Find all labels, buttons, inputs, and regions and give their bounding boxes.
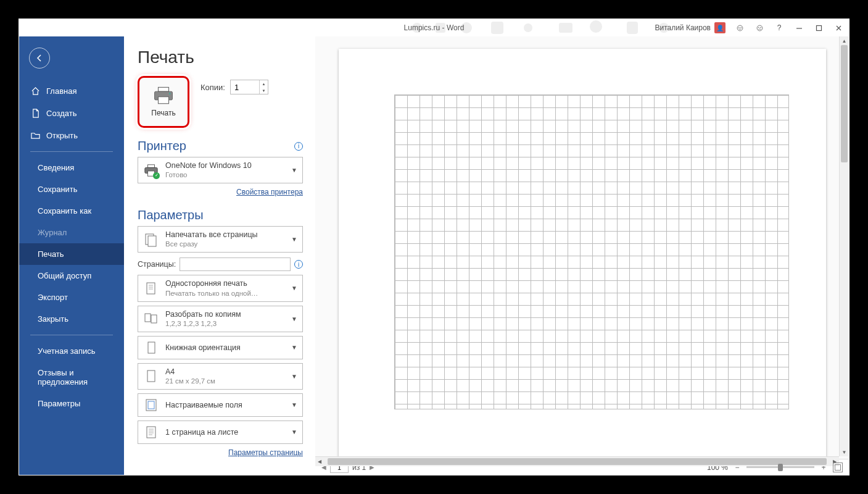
one-sided-icon bbox=[143, 280, 159, 296]
svg-rect-5 bbox=[559, 23, 572, 33]
svg-rect-16 bbox=[159, 87, 169, 91]
close-icon[interactable] bbox=[833, 22, 844, 33]
portrait-icon bbox=[143, 340, 159, 356]
print-preview-column: ▲ ▼ ◀ ▶ ◀ из 1 ▶ bbox=[315, 36, 849, 475]
nav-account[interactable]: Учетная запись bbox=[19, 340, 124, 362]
pages-all-icon bbox=[143, 232, 159, 248]
svg-rect-26 bbox=[145, 314, 151, 322]
vertical-scrollbar[interactable]: ▲ ▼ bbox=[839, 36, 849, 456]
new-doc-icon bbox=[30, 108, 40, 118]
printer-properties-link[interactable]: Свойства принтера bbox=[236, 188, 303, 196]
home-icon bbox=[30, 86, 40, 96]
nav-separator bbox=[30, 151, 113, 152]
print-button[interactable]: Печать bbox=[138, 76, 189, 128]
svg-rect-3 bbox=[491, 22, 503, 34]
svg-point-14 bbox=[760, 27, 761, 27]
preview-page bbox=[339, 49, 826, 459]
sad-face-icon[interactable] bbox=[754, 22, 765, 33]
svg-rect-20 bbox=[147, 164, 154, 167]
chevron-down-icon: ▼ bbox=[291, 316, 297, 322]
svg-rect-7 bbox=[627, 22, 638, 34]
sides-dropdown[interactable]: Односторонняя печатьПечатать только на о… bbox=[138, 275, 303, 301]
svg-rect-18 bbox=[159, 97, 169, 104]
horizontal-scrollbar[interactable]: ◀ ▶ bbox=[315, 456, 839, 466]
nav-share[interactable]: Общий доступ bbox=[19, 265, 124, 287]
smiley-face-icon[interactable] bbox=[734, 22, 745, 33]
window-title: Lumpics.ru - Word bbox=[404, 23, 465, 32]
scroll-thumb[interactable] bbox=[841, 45, 848, 162]
svg-point-19 bbox=[169, 93, 171, 94]
info-icon[interactable]: i bbox=[294, 260, 303, 269]
open-folder-icon bbox=[30, 130, 40, 140]
nav-print[interactable]: Печать bbox=[19, 243, 124, 265]
chevron-down-icon: ▼ bbox=[291, 344, 297, 351]
back-button[interactable] bbox=[29, 48, 50, 69]
zoom-fit-icon[interactable] bbox=[833, 463, 843, 472]
nav-open[interactable]: Открыть bbox=[19, 124, 124, 146]
svg-point-13 bbox=[758, 27, 759, 27]
svg-point-12 bbox=[757, 25, 763, 31]
page-setup-link[interactable]: Параметры страницы bbox=[228, 448, 303, 457]
collate-icon bbox=[143, 311, 159, 327]
nav-export[interactable]: Экспорт bbox=[19, 287, 124, 308]
nav-feedback[interactable]: Отзывы и предложения bbox=[19, 362, 124, 393]
margins-icon bbox=[143, 397, 159, 413]
scroll-thumb[interactable] bbox=[328, 458, 827, 465]
pages-per-sheet-dropdown[interactable]: 1 страница на листе ▼ bbox=[138, 421, 303, 444]
nav-history: Журнал bbox=[19, 222, 124, 243]
page-size-icon bbox=[143, 368, 159, 384]
scroll-up-icon[interactable]: ▲ bbox=[840, 36, 849, 45]
scroll-down-icon[interactable]: ▼ bbox=[840, 448, 849, 456]
info-icon[interactable]: i bbox=[294, 142, 303, 151]
printer-icon bbox=[153, 86, 174, 105]
minimize-icon[interactable] bbox=[793, 22, 804, 33]
chevron-down-icon: ▼ bbox=[291, 401, 297, 408]
print-range-dropdown[interactable]: Напечатать все страницыВсе сразу ▼ bbox=[138, 226, 303, 253]
help-icon[interactable]: ? bbox=[774, 22, 785, 33]
print-settings-column: Печать Печать Копии: ▲▼ П bbox=[124, 36, 315, 475]
preview-viewport[interactable] bbox=[315, 36, 849, 459]
printer-device-icon bbox=[143, 162, 159, 178]
nav-info[interactable]: Сведения bbox=[19, 157, 124, 178]
nav-new[interactable]: Создать bbox=[19, 102, 124, 124]
spin-down-icon[interactable]: ▼ bbox=[260, 87, 268, 94]
user-account[interactable]: Виталий Каиров 👤 bbox=[655, 22, 725, 33]
zoom-knob[interactable] bbox=[778, 464, 783, 471]
status-ready-icon bbox=[153, 172, 160, 179]
collate-dropdown[interactable]: Разобрать по копиям1,2,3 1,2,3 1,2,3 ▼ bbox=[138, 306, 303, 332]
title-bar: Lumpics.ru - Word Виталий Каиров 👤 ? bbox=[19, 19, 849, 36]
print-button-label: Печать bbox=[151, 109, 175, 117]
copies-spinner[interactable]: ▲▼ bbox=[230, 80, 268, 94]
copies-input[interactable] bbox=[231, 80, 259, 94]
scroll-left-icon[interactable]: ◀ bbox=[315, 457, 324, 466]
svg-point-9 bbox=[737, 25, 743, 31]
pages-label: Страницы: bbox=[138, 260, 176, 269]
pages-input[interactable] bbox=[180, 257, 291, 271]
zoom-slider[interactable] bbox=[746, 466, 814, 468]
nav-separator bbox=[30, 335, 113, 335]
settings-heading: Параметры bbox=[138, 208, 204, 222]
nav-options[interactable]: Параметры bbox=[19, 393, 124, 414]
nav-home[interactable]: Главная bbox=[19, 80, 124, 102]
backstage-sidebar: Главная Создать Открыть Сведения Сохрани… bbox=[19, 36, 124, 475]
copies-label: Копии: bbox=[200, 83, 225, 92]
svg-point-11 bbox=[740, 27, 741, 27]
document-grid bbox=[394, 94, 789, 409]
spin-up-icon[interactable]: ▲ bbox=[260, 80, 268, 87]
svg-rect-27 bbox=[151, 315, 157, 323]
maximize-icon[interactable] bbox=[813, 22, 824, 33]
printer-dropdown[interactable]: OneNote for Windows 10Готово ▼ bbox=[138, 157, 303, 183]
chevron-down-icon: ▼ bbox=[291, 429, 297, 435]
printer-heading: Принтер bbox=[138, 139, 186, 153]
paper-size-dropdown[interactable]: A421 см x 29,7 см ▼ bbox=[138, 363, 303, 390]
orientation-dropdown[interactable]: Книжная ориентация ▼ bbox=[138, 336, 303, 359]
nav-saveas[interactable]: Сохранить как bbox=[19, 200, 124, 222]
user-name: Виталий Каиров bbox=[655, 23, 711, 32]
svg-point-10 bbox=[738, 27, 739, 27]
svg-rect-28 bbox=[148, 342, 155, 353]
nav-close[interactable]: Закрыть bbox=[19, 308, 124, 330]
margins-dropdown[interactable]: Настраиваемые поля ▼ bbox=[138, 393, 303, 417]
nav-save[interactable]: Сохранить bbox=[19, 178, 124, 200]
one-per-sheet-icon bbox=[143, 424, 159, 440]
svg-point-4 bbox=[524, 23, 532, 32]
